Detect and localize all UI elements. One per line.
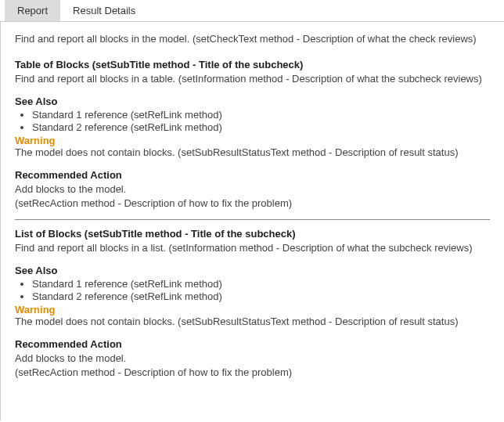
subcheck-info: Find and report all blocks in a list. (s… [15, 242, 490, 254]
rec-line: Add blocks to the model. [15, 183, 126, 195]
ref-link[interactable]: Standard 2 reference (setRefLink method) [32, 121, 490, 133]
ref-list: Standard 1 reference (setRefLink method)… [32, 278, 490, 302]
ref-link[interactable]: Standard 2 reference (setRefLink method) [32, 290, 490, 302]
subcheck-info: Find and report all blocks in a table. (… [15, 73, 490, 85]
recommended-action-text: Add blocks to the model. (setRecAction m… [15, 352, 490, 379]
see-also-heading: See Also [15, 265, 490, 276]
rec-line: (setRecAction method - Description of ho… [15, 197, 292, 209]
subcheck-title: Table of Blocks (setSubTitle method - Ti… [15, 59, 490, 70]
rec-line: (setRecAction method - Description of ho… [15, 366, 292, 378]
tab-result-details[interactable]: Result Details [60, 0, 148, 21]
ref-link[interactable]: Standard 1 reference (setRefLink method) [32, 109, 490, 121]
subcheck-section: Table of Blocks (setSubTitle method - Ti… [15, 59, 490, 210]
ref-list: Standard 1 reference (setRefLink method)… [32, 109, 490, 133]
warning-text: The model does not contain blocks. (setS… [15, 316, 490, 327]
warning-label: Warning [15, 304, 490, 316]
report-content: Find and report all blocks in the model.… [0, 22, 504, 420]
subcheck-section: List of Blocks (setSubTitle method - Tit… [15, 228, 490, 379]
tab-bar: Report Result Details [0, 0, 504, 22]
recommended-action-heading: Recommended Action [15, 338, 490, 350]
recommended-action-text: Add blocks to the model. (setRecAction m… [15, 182, 490, 210]
warning-text: The model does not contain blocks. (setS… [15, 146, 490, 158]
warning-label: Warning [15, 135, 490, 146]
section-divider [15, 219, 490, 220]
recommended-action-heading: Recommended Action [15, 169, 490, 181]
check-text: Find and report all blocks in the model.… [15, 33, 490, 45]
rec-line: Add blocks to the model. [15, 352, 126, 364]
ref-link[interactable]: Standard 1 reference (setRefLink method) [32, 278, 490, 290]
see-also-heading: See Also [15, 96, 490, 107]
subcheck-title: List of Blocks (setSubTitle method - Tit… [15, 228, 490, 240]
tab-report[interactable]: Report [5, 0, 60, 21]
